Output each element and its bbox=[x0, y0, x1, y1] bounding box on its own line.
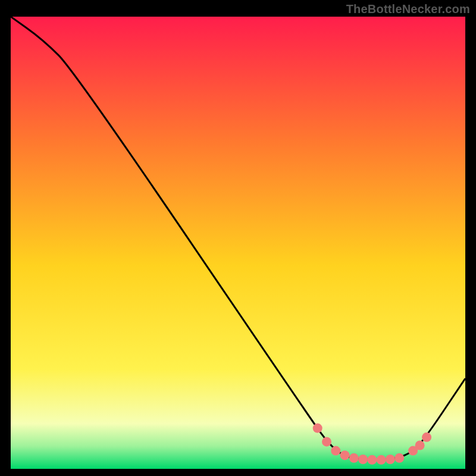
curve-marker bbox=[415, 441, 425, 450]
curve-marker bbox=[367, 455, 377, 465]
curve-marker bbox=[340, 450, 350, 460]
curve-marker bbox=[386, 455, 395, 464]
chart-svg bbox=[11, 17, 465, 469]
curve-marker bbox=[358, 455, 368, 464]
curve-marker bbox=[331, 446, 340, 456]
attribution-label: TheBottleNecker.com bbox=[346, 2, 470, 16]
curve-marker bbox=[394, 453, 404, 463]
plot-area bbox=[11, 17, 465, 469]
gradient-background bbox=[11, 17, 465, 469]
curve-marker bbox=[422, 433, 431, 442]
chart-stage: TheBottleNecker.com bbox=[0, 0, 476, 476]
curve-marker bbox=[377, 455, 386, 465]
curve-marker bbox=[349, 453, 359, 463]
curve-marker bbox=[322, 437, 331, 446]
curve-marker bbox=[313, 424, 322, 433]
